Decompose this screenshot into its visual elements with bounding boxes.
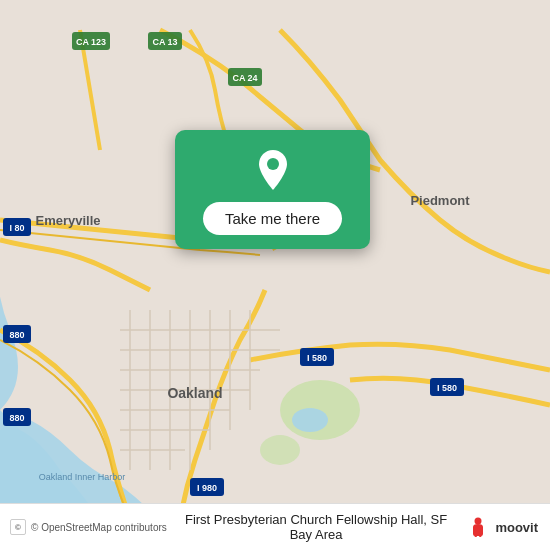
svg-text:CA 123: CA 123 bbox=[76, 37, 106, 47]
map-container: 880 880 I 80 I 980 I 580 I 580 CA 24 CA … bbox=[0, 0, 550, 550]
svg-text:Emeryville: Emeryville bbox=[35, 213, 100, 228]
attribution: © © OpenStreetMap contributors bbox=[10, 519, 167, 535]
svg-text:CA 13: CA 13 bbox=[152, 37, 177, 47]
osm-logo: © bbox=[10, 519, 26, 535]
svg-text:CA 24: CA 24 bbox=[232, 73, 257, 83]
svg-point-17 bbox=[292, 408, 328, 432]
location-pin-icon bbox=[251, 148, 295, 192]
svg-text:880: 880 bbox=[9, 413, 24, 423]
moovit-logo: moovit bbox=[465, 514, 538, 540]
svg-text:I 580: I 580 bbox=[437, 383, 457, 393]
place-name: First Presbyterian Church Fellowship Hal… bbox=[167, 512, 466, 542]
svg-rect-46 bbox=[479, 534, 482, 537]
svg-text:Oakland Inner Harbor: Oakland Inner Harbor bbox=[39, 472, 126, 482]
action-card: Take me there bbox=[175, 130, 370, 249]
svg-point-42 bbox=[267, 158, 279, 170]
map-background: 880 880 I 80 I 980 I 580 I 580 CA 24 CA … bbox=[0, 0, 550, 550]
svg-point-16 bbox=[260, 435, 300, 465]
svg-point-15 bbox=[280, 380, 360, 440]
attribution-text: © OpenStreetMap contributors bbox=[31, 522, 167, 533]
svg-text:880: 880 bbox=[9, 330, 24, 340]
svg-text:Oakland: Oakland bbox=[167, 385, 222, 401]
svg-text:Piedmont: Piedmont bbox=[410, 193, 470, 208]
svg-point-44 bbox=[475, 518, 482, 525]
svg-text:I 80: I 80 bbox=[9, 223, 24, 233]
moovit-icon bbox=[465, 514, 491, 540]
svg-text:I 980: I 980 bbox=[197, 483, 217, 493]
bottom-bar: © © OpenStreetMap contributors First Pre… bbox=[0, 503, 550, 550]
moovit-text: moovit bbox=[495, 520, 538, 535]
svg-text:I 580: I 580 bbox=[307, 353, 327, 363]
svg-rect-45 bbox=[475, 534, 478, 537]
take-me-there-button[interactable]: Take me there bbox=[203, 202, 342, 235]
